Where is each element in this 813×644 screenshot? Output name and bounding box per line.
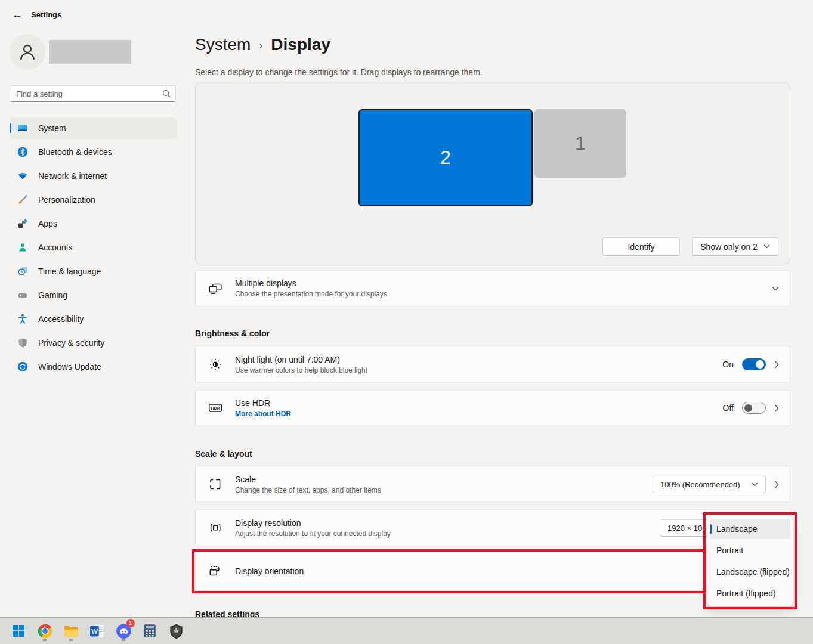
night-light-subtitle: Use warmer colors to help block blue lig… xyxy=(235,366,722,374)
hdr-toggle[interactable] xyxy=(742,402,766,414)
taskbar-file-explorer[interactable] xyxy=(62,621,80,641)
system-icon xyxy=(17,122,29,134)
avatar[interactable] xyxy=(10,34,45,70)
chevron-down-icon xyxy=(763,244,770,249)
sidebar-item-apps[interactable]: Apps xyxy=(10,213,177,234)
night-light-toggle[interactable] xyxy=(742,358,766,370)
orientation-option-portrait[interactable]: Portrait xyxy=(710,540,790,561)
search-box[interactable] xyxy=(10,85,176,102)
privacy-security-icon xyxy=(17,337,29,349)
multiple-displays-icon xyxy=(208,281,223,296)
display-orientation-row[interactable]: Display orientation xyxy=(195,552,790,590)
display-resolution-row[interactable]: Display resolution Adjust the resolution… xyxy=(195,509,790,546)
intro-text: Select a display to change the settings … xyxy=(195,67,483,77)
night-light-title: Night light (on until 7:00 AM) xyxy=(235,355,722,364)
night-light-icon xyxy=(208,357,223,372)
taskbar-calculator[interactable] xyxy=(141,621,159,641)
night-light-state: On xyxy=(722,360,734,369)
sidebar-item-windows-update[interactable]: Windows Update xyxy=(10,356,177,377)
bluetooth-icon xyxy=(17,146,29,158)
section-brightness-color: Brightness & color xyxy=(195,329,270,338)
scale-dropdown[interactable]: 100% (Recommended) xyxy=(653,476,766,493)
running-indicator xyxy=(43,639,47,641)
scale-subtitle: Change the size of text, apps, and other… xyxy=(235,486,653,494)
page-title: Display xyxy=(271,35,330,54)
multiple-displays-row[interactable]: Multiple displays Choose the presentatio… xyxy=(195,270,790,306)
calculator-icon xyxy=(142,623,157,639)
orientation-option-landscape[interactable]: Landscape xyxy=(710,519,790,539)
sidebar-item-label: Network & internet xyxy=(38,171,107,181)
monitor-1[interactable]: 1 xyxy=(534,109,626,178)
person-icon xyxy=(17,41,38,63)
sidebar-item-label: Apps xyxy=(38,219,57,228)
personalization-icon xyxy=(17,194,29,206)
sidebar-nav: System Bluetooth & devices Network & int… xyxy=(10,117,177,380)
apps-icon xyxy=(17,218,29,230)
section-scale-layout: Scale & layout xyxy=(195,449,252,459)
sidebar-item-gaming[interactable]: Gaming xyxy=(10,284,177,306)
monitor-1-label: 1 xyxy=(575,132,586,154)
taskbar-world-of-tanks[interactable] xyxy=(167,621,185,641)
multiple-displays-subtitle: Choose the presentation mode for your di… xyxy=(235,290,772,298)
running-indicator xyxy=(122,639,126,641)
sidebar-item-label: Personalization xyxy=(38,195,95,205)
time-language-icon xyxy=(17,265,29,277)
display-resolution-subtitle: Adjust the resolution to fit your connec… xyxy=(235,530,660,538)
sidebar-item-time-language[interactable]: Time & language xyxy=(10,261,177,282)
sidebar-item-privacy-security[interactable]: Privacy & security xyxy=(10,332,177,354)
display-arrangement-card: 2 1 Identify Show only on 2 xyxy=(195,83,790,264)
taskbar-word[interactable]: W xyxy=(88,621,106,641)
file-explorer-icon xyxy=(63,623,79,639)
sidebar-item-label: Accounts xyxy=(38,243,73,252)
sidebar-item-label: Gaming xyxy=(38,290,67,300)
sidebar-item-accessibility[interactable]: Accessibility xyxy=(10,308,177,330)
accessibility-icon xyxy=(17,313,29,325)
chevron-down-icon[interactable] xyxy=(772,286,779,291)
use-hdr-row[interactable]: HDR Use HDR More about HDR Off xyxy=(195,389,790,426)
taskbar-start-button[interactable] xyxy=(10,621,27,641)
scale-row[interactable]: Scale Change the size of text, apps, and… xyxy=(195,466,790,503)
sidebar-item-label: Windows Update xyxy=(38,362,101,371)
chevron-down-icon xyxy=(752,482,758,487)
windows-update-icon xyxy=(17,361,29,373)
orientation-dropdown-menu: Landscape Portrait Landscape (flipped) P… xyxy=(707,516,793,606)
sidebar-item-label: Accessibility xyxy=(38,314,84,324)
discord-notification-badge: 1 xyxy=(126,619,135,627)
breadcrumb-separator: › xyxy=(259,38,262,52)
display-resolution-icon xyxy=(208,520,223,535)
breadcrumb: System › Display xyxy=(195,35,330,54)
search-input[interactable] xyxy=(16,89,162,98)
night-light-row[interactable]: Night light (on until 7:00 AM) Use warme… xyxy=(195,346,790,383)
orientation-option-landscape-flipped[interactable]: Landscape (flipped) xyxy=(710,562,790,582)
more-about-hdr-link[interactable]: More about HDR xyxy=(235,410,723,418)
monitor-2[interactable]: 2 xyxy=(358,109,533,206)
svg-text:W: W xyxy=(91,628,98,635)
use-hdr-title: Use HDR xyxy=(235,398,723,408)
scale-icon xyxy=(208,476,223,492)
display-orientation-icon xyxy=(208,564,223,579)
sidebar-item-label: System xyxy=(38,123,66,133)
sidebar-item-network[interactable]: Network & internet xyxy=(10,165,177,187)
network-icon xyxy=(17,170,29,182)
chevron-right-icon xyxy=(774,404,779,412)
sidebar-item-bluetooth[interactable]: Bluetooth & devices xyxy=(10,141,177,163)
sidebar-item-accounts[interactable]: Accounts xyxy=(10,237,177,258)
hdr-state: Off xyxy=(723,403,734,413)
show-only-dropdown[interactable]: Show only on 2 xyxy=(692,237,778,256)
taskbar-chrome[interactable] xyxy=(36,621,54,641)
orientation-option-portrait-flipped[interactable]: Portrait (flipped) xyxy=(710,583,790,603)
hdr-icon: HDR xyxy=(208,400,223,416)
world-of-tanks-icon xyxy=(168,623,184,639)
taskbar-discord[interactable]: 1 xyxy=(115,621,132,641)
taskbar: W 1 xyxy=(0,617,813,644)
chrome-icon xyxy=(37,623,53,639)
breadcrumb-system[interactable]: System xyxy=(195,35,251,54)
back-button[interactable]: ← xyxy=(8,7,26,23)
scale-title: Scale xyxy=(235,475,653,484)
window-title: Settings xyxy=(31,10,61,19)
sidebar-item-personalization[interactable]: Personalization xyxy=(10,189,177,210)
sidebar-item-system[interactable]: System xyxy=(10,117,177,139)
windows-start-icon xyxy=(11,624,26,638)
sidebar-item-label: Privacy & security xyxy=(38,338,104,348)
identify-button[interactable]: Identify xyxy=(602,237,680,256)
